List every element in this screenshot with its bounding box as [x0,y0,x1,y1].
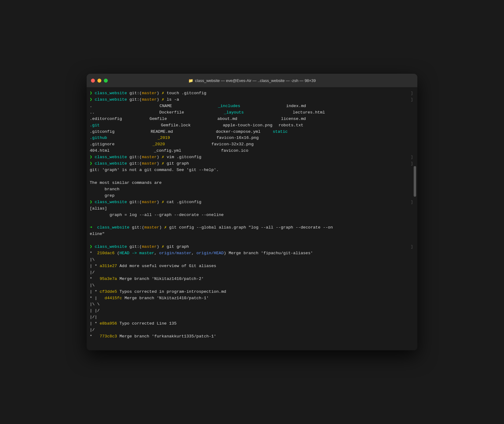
titlebar: 📁class_website — eve@Eves-Air — ..class_… [87,74,417,87]
git-graph-line4: |/ [90,270,413,276]
terminal-line: branch [90,186,413,193]
ls-output-row8: 404.html_config.ymlfavicon.ico [90,148,413,154]
scrollbar[interactable] [414,166,416,197]
git-graph-line1: * 210dac6 (HEAD -> master, origin/master… [90,250,413,257]
terminal-line: ❯ class_website git:(master) ✗ touch .gi… [90,90,413,97]
terminal-line: grep [90,193,413,199]
git-graph-line5: * 95a3e7a Merge branch 'Nikitaz1410/patc… [90,276,413,282]
ls-output-row3: .editorconfigGemfileabout.mdlicense.md [90,116,413,122]
git-graph-line11: |/| [90,314,413,321]
terminal-line: ❯ class_website git:(master) ✗ ls -a ] [90,97,413,103]
traffic-lights [91,79,108,83]
git-graph-line2: |\ [90,257,413,263]
ls-output-row5: .gitconfigREADME.mddocker-compose.ymlsta… [90,129,413,135]
minimize-button[interactable] [97,79,101,83]
terminal-line: The most similar commands are [90,180,413,186]
terminal-line: ❯ class_website git:(master) ✗ git graph… [90,161,413,167]
git-graph-line14: * 773c8c3 Merge branch 'furkanakkurt1335… [90,333,413,340]
ls-output-row1: .CNAME_includesindex.md [90,103,413,110]
git-graph-line8: * | d4415fc Merge branch 'Nikitaz1410/pa… [90,295,413,302]
terminal-line: ❯ class_website git:(master) ✗ vim .gitc… [90,154,413,161]
git-graph-line7: | * cf3dde5 Typos corrected in program-i… [90,289,413,295]
window-title: 📁class_website — eve@Eves-Air — ..class_… [188,78,316,83]
git-graph-line6: |\ [90,282,413,289]
terminal-line [90,237,413,244]
terminal-line [90,173,413,180]
close-button[interactable] [91,79,95,83]
terminal-body[interactable]: ❯ class_website git:(master) ✗ touch .gi… [87,87,417,350]
ls-output-row7: .gitignore_2020favicon-32x32.png [90,141,413,148]
maximize-button[interactable] [104,79,108,83]
terminal-line: eline" [90,231,413,237]
terminal-line: git: 'graph' is not a git command. See '… [90,167,413,173]
git-graph-line3: | * a311e27 Add more useful overview of … [90,263,413,270]
ls-output-row2: ..Dockerfile_layoutslectures.html [90,110,413,116]
ls-output-row6: .github_2019favicon-16x16.png [90,135,413,141]
terminal-line: ❯ class_website git:(master) ✗ git graph… [90,244,413,250]
terminal-line: [alias] [90,206,413,212]
ls-output-row4: .gitGemfile.lockapple-touch-icon.pngrobo… [90,122,413,129]
terminal-line: ➜ class_website git:(master) ✗ git confi… [90,225,413,231]
terminal-line [90,218,413,225]
terminal-line: graph = log --all --graph --decorate --o… [90,212,413,218]
git-graph-line9: |\ \ [90,301,413,308]
terminal-window: 📁class_website — eve@Eves-Air — ..class_… [87,74,417,350]
git-graph-line10: | |/ [90,308,413,314]
terminal-line: ❯ class_website git:(master) ✗ cat .gitc… [90,199,413,206]
git-graph-line12: | * e8ba956 Typo corrected Line 135 [90,321,413,327]
git-graph-line13: |/ [90,327,413,333]
